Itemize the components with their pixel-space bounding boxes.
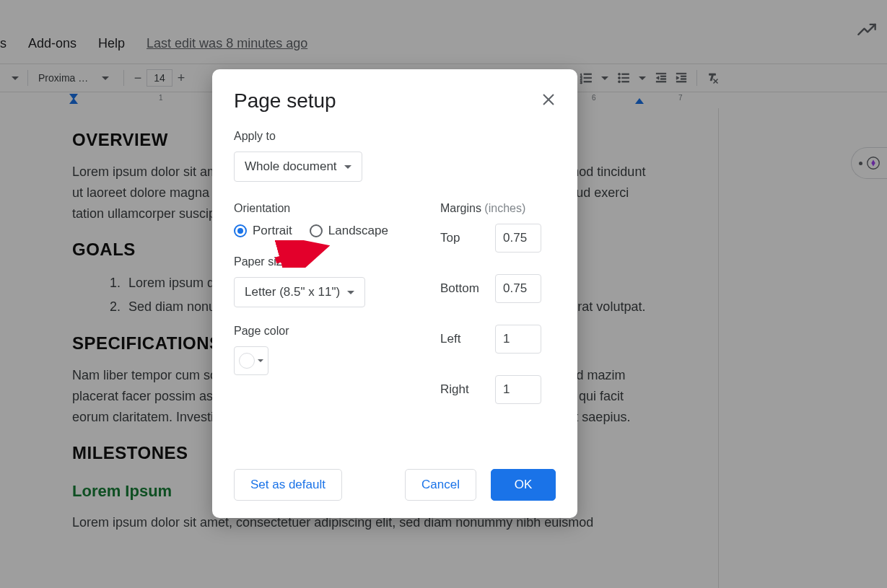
indent-marker-icon[interactable] <box>635 98 644 104</box>
color-swatch-icon <box>239 353 255 369</box>
svg-rect-21 <box>676 82 686 83</box>
bulleted-list-icon[interactable] <box>614 69 633 87</box>
margin-left-label: Left <box>440 332 491 346</box>
svg-rect-9 <box>622 77 629 79</box>
increase-font-button[interactable]: + <box>172 69 190 87</box>
list-indent-group: 123 <box>570 69 722 87</box>
svg-marker-13 <box>656 76 659 80</box>
apply-to-dropdown[interactable]: Whole document <box>234 152 362 182</box>
chevron-down-icon <box>258 359 263 362</box>
svg-point-10 <box>619 81 621 83</box>
radio-icon <box>234 224 247 237</box>
font-size-input[interactable]: 14 <box>147 69 172 87</box>
svg-marker-25 <box>871 159 875 166</box>
numbered-list-icon[interactable]: 123 <box>577 69 595 87</box>
increase-indent-icon[interactable] <box>672 69 691 87</box>
chevron-down-icon <box>102 76 109 80</box>
close-button[interactable] <box>537 88 560 111</box>
margin-bottom-label: Bottom <box>440 281 491 296</box>
chevron-down-icon <box>344 165 351 169</box>
page-color-label: Page color <box>234 325 411 338</box>
explore-bubble[interactable] <box>851 147 887 179</box>
margin-left-input[interactable] <box>495 325 541 354</box>
font-size-stepper: − 14 + <box>128 69 191 87</box>
margin-top-label: Top <box>440 231 491 245</box>
apply-to-label: Apply to <box>234 130 556 143</box>
orientation-portrait-radio[interactable]: Portrait <box>234 224 292 238</box>
dialog-title: Page setup <box>234 89 556 113</box>
svg-rect-3 <box>584 77 592 79</box>
svg-rect-20 <box>681 79 686 80</box>
chevron-down-icon[interactable] <box>639 76 646 80</box>
portrait-label: Portrait <box>253 224 292 238</box>
ruler-tick: 6 <box>592 94 596 102</box>
svg-rect-7 <box>622 74 629 75</box>
set-default-button[interactable]: Set as default <box>234 469 342 501</box>
landscape-label: Landscape <box>328 224 388 238</box>
explore-icon <box>865 155 881 171</box>
svg-rect-1 <box>584 74 592 75</box>
svg-point-8 <box>619 77 621 79</box>
chevron-down-icon <box>347 291 354 294</box>
decrease-indent-icon[interactable] <box>652 69 670 87</box>
menu-help[interactable]: Help <box>94 33 129 54</box>
last-edit-link[interactable]: Last edit was 8 minutes ago <box>142 33 312 54</box>
margins-label: Margins (inches) <box>440 202 556 215</box>
decrease-font-button[interactable]: − <box>129 69 147 87</box>
menubar: s Add-ons Help Last edit was 8 minutes a… <box>0 30 887 57</box>
indent-marker-icon[interactable] <box>69 98 78 104</box>
ok-button[interactable]: OK <box>491 469 556 501</box>
style-dropdown-caret-icon[interactable] <box>12 76 19 80</box>
margin-top-input[interactable] <box>495 224 541 253</box>
svg-rect-15 <box>660 79 666 80</box>
svg-point-6 <box>619 73 621 75</box>
radio-icon <box>310 224 323 237</box>
apply-to-value: Whole document <box>245 159 337 174</box>
paper-size-value: Letter (8.5" x 11") <box>245 285 340 299</box>
orientation-landscape-radio[interactable]: Landscape <box>310 224 388 238</box>
svg-rect-5 <box>584 82 592 83</box>
page-setup-dialog: Page setup Apply to Whole document Orien… <box>212 69 577 518</box>
paper-size-label: Paper size <box>234 255 411 268</box>
chevron-down-icon[interactable] <box>601 76 608 80</box>
svg-rect-11 <box>622 82 629 83</box>
ruler-tick: 1 <box>159 94 163 102</box>
ruler-tick: 7 <box>678 94 683 102</box>
margin-right-label: Right <box>440 382 491 397</box>
close-icon <box>542 93 555 106</box>
cancel-button[interactable]: Cancel <box>405 469 476 501</box>
paper-size-dropdown[interactable]: Letter (8.5" x 11") <box>234 277 365 307</box>
svg-marker-18 <box>676 76 679 80</box>
svg-text:3: 3 <box>580 80 582 84</box>
margin-bottom-input[interactable] <box>495 274 541 303</box>
svg-rect-12 <box>656 73 666 74</box>
orientation-label: Orientation <box>234 202 411 215</box>
page-color-dropdown[interactable] <box>234 346 268 375</box>
margins-unit: (inches) <box>484 202 525 214</box>
clear-formatting-icon[interactable] <box>703 69 722 87</box>
menu-tools-partial[interactable]: s <box>0 33 11 54</box>
margins-text: Margins <box>440 202 481 214</box>
svg-rect-17 <box>676 73 686 74</box>
svg-rect-16 <box>656 82 666 83</box>
menu-addons[interactable]: Add-ons <box>24 33 81 54</box>
svg-rect-14 <box>660 76 666 77</box>
svg-rect-19 <box>681 76 686 77</box>
font-family-label: Proxima N… <box>38 72 92 84</box>
margin-right-input[interactable] <box>495 375 541 404</box>
activity-icon[interactable] <box>857 20 877 43</box>
font-family-dropdown[interactable]: Proxima N… <box>32 69 119 87</box>
dot-icon <box>859 162 862 165</box>
